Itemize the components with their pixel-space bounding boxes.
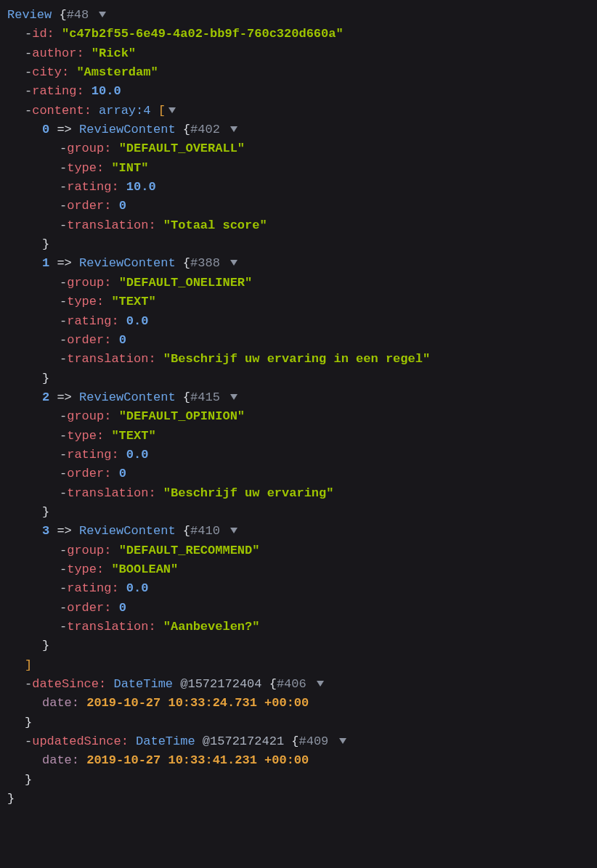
item-group: -group: "DEFAULT_RECOMMEND" (7, 541, 575, 560)
item-translation: -translation: "Beschrijf uw ervaring in … (7, 350, 575, 369)
key-updatedSince: updatedSince (32, 734, 121, 748)
val-author: "Rick" (92, 46, 136, 60)
item-translation: -translation: "Beschrijf uw ervaring" (7, 484, 575, 503)
val-order: 0 (119, 333, 126, 347)
item-close: } (7, 369, 575, 388)
date-line: date: 2019-10-27 10:33:24.731 +00:00 (7, 694, 575, 713)
toggle-item-0[interactable] (230, 126, 237, 132)
datetime-close: } (7, 713, 575, 732)
content-index: 2 (42, 390, 49, 404)
ts-dateSince: @1572172404 (180, 677, 261, 691)
prop-dateSince[interactable]: -dateSince: DateTime @1572172404 {#406 (7, 675, 575, 694)
item-order: -order: 0 (7, 331, 575, 350)
key-id: id (32, 27, 46, 41)
content-type: array:4 (99, 104, 150, 118)
item-order: -order: 0 (7, 197, 575, 216)
content-item-header[interactable]: 1 => ReviewContent {#388 (7, 254, 575, 273)
prop-id: -id: "c47b2f55-6e49-4a02-bb9f-760c320d66… (7, 25, 575, 44)
item-rating: -rating: 0.0 (7, 312, 575, 331)
content-index: 1 (42, 256, 49, 270)
val-type: "INT" (111, 161, 148, 175)
item-class: ReviewContent (79, 123, 176, 136)
val-item-rating: 0.0 (126, 314, 149, 328)
val-group: "DEFAULT_OVERALL" (119, 142, 245, 155)
val-id: "c47b2f55-6e49-4a02-bb9f-760c320d660a" (62, 27, 344, 41)
val-item-rating: 0.0 (126, 448, 149, 462)
val-group: "DEFAULT_OPINION" (119, 409, 245, 423)
item-hash: #410 (190, 524, 220, 538)
val-translation: "Beschrijf uw ervaring in een regel" (163, 352, 430, 366)
val-city: "Amsterdam" (76, 65, 158, 79)
item-close: } (7, 636, 575, 655)
content-item-header[interactable]: 3 => ReviewContent {#410 (7, 522, 575, 541)
val-date-updatedSince: 2019-10-27 10:33:41.231 +00:00 (86, 753, 309, 767)
prop-updatedSince[interactable]: -updatedSince: DateTime @1572172421 {#40… (7, 732, 575, 751)
var-dump: Review {#48 -id: "c47b2f55-6e49-4a02-bb9… (7, 6, 575, 808)
val-order: 0 (119, 199, 126, 213)
prop-content[interactable]: -content: array:4 [ (7, 102, 575, 120)
toggle-content[interactable] (168, 107, 176, 113)
datetime-close: } (7, 771, 575, 790)
val-translation: "Totaal score" (163, 218, 267, 232)
val-type: "TEXT" (111, 295, 155, 308)
toggle-item-2[interactable] (230, 394, 237, 400)
item-rating: -rating: 10.0 (7, 178, 575, 197)
key-author: author (32, 46, 76, 60)
item-hash: #402 (190, 123, 220, 136)
item-group: -group: "DEFAULT_ONELINER" (7, 274, 575, 292)
item-hash: #415 (190, 390, 220, 404)
item-rating: -rating: 0.0 (7, 446, 575, 464)
content-close: ] (7, 656, 575, 675)
prop-author: -author: "Rick" (7, 44, 575, 63)
content-index: 0 (42, 123, 49, 136)
item-rating: -rating: 0.0 (7, 579, 575, 598)
val-order: 0 (119, 601, 126, 615)
item-class: ReviewContent (79, 390, 176, 404)
item-order: -order: 0 (7, 464, 575, 483)
item-order: -order: 0 (7, 599, 575, 618)
toggle-item-3[interactable] (230, 528, 237, 533)
key-city: city (32, 65, 62, 79)
content-item-header[interactable]: 2 => ReviewContent {#415 (7, 388, 575, 407)
val-date-dateSince: 2019-10-27 10:33:24.731 +00:00 (86, 696, 309, 710)
item-group: -group: "DEFAULT_OPINION" (7, 407, 575, 426)
val-item-rating: 0.0 (126, 581, 149, 595)
item-type: -type: "TEXT" (7, 427, 575, 446)
prop-rating: -rating: 10.0 (7, 82, 575, 101)
item-group: -group: "DEFAULT_OVERALL" (7, 139, 575, 158)
val-group: "DEFAULT_RECOMMEND" (119, 544, 260, 557)
prop-city: -city: "Amsterdam" (7, 63, 575, 82)
ts-updatedSince: @1572172421 (203, 734, 284, 748)
toggle-item-1[interactable] (230, 260, 237, 266)
item-close: } (7, 503, 575, 522)
content-item-header[interactable]: 0 => ReviewContent {#402 (7, 120, 575, 139)
val-translation: "Beschrijf uw ervaring" (163, 486, 334, 500)
content-index: 3 (42, 524, 49, 538)
item-translation: -translation: "Totaal score" (7, 216, 575, 235)
val-rating: 10.0 (92, 84, 121, 98)
toggle-dateSince[interactable] (317, 681, 324, 687)
item-type: -type: "INT" (7, 159, 575, 178)
key-content: content (32, 104, 84, 118)
object-hash: #48 (67, 8, 89, 22)
val-item-rating: 10.0 (126, 180, 156, 194)
val-type: "BOOLEAN" (111, 562, 178, 576)
item-translation: -translation: "Aanbevelen?" (7, 618, 575, 636)
item-class: ReviewContent (79, 256, 176, 270)
toggle-root[interactable] (99, 12, 106, 17)
root-header[interactable]: Review {#48 (7, 6, 575, 25)
val-group: "DEFAULT_ONELINER" (119, 276, 253, 290)
item-type: -type: "BOOLEAN" (7, 560, 575, 579)
key-rating: rating (32, 84, 76, 98)
root-close: } (7, 790, 575, 808)
toggle-updatedSince[interactable] (339, 738, 346, 744)
item-hash: #388 (190, 256, 220, 270)
val-translation: "Aanbevelen?" (163, 620, 260, 634)
key-dateSince: dateSince (32, 677, 99, 691)
item-type: -type: "TEXT" (7, 292, 575, 311)
item-close: } (7, 235, 575, 254)
item-class: ReviewContent (79, 524, 176, 538)
date-line: date: 2019-10-27 10:33:41.231 +00:00 (7, 751, 575, 770)
class-name: Review (7, 8, 52, 22)
val-order: 0 (119, 467, 126, 480)
